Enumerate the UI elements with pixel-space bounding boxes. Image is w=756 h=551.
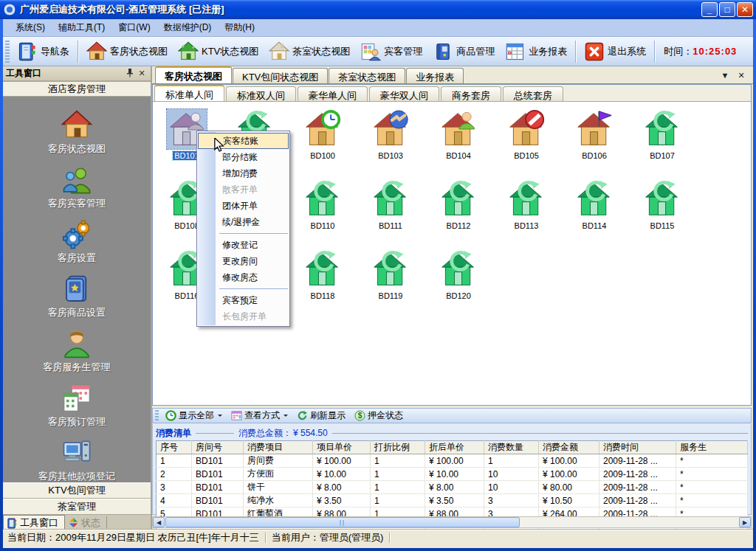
room-BD111[interactable]: BD111 — [357, 179, 425, 247]
panel-button-显示全部[interactable]: 显示全部 — [161, 409, 227, 423]
sidebar-item-客房服务生管理[interactable]: 客房服务生管理 — [3, 324, 151, 378]
room-type-tab-标准双人间[interactable]: 标准双人间 — [226, 86, 296, 101]
context-menu-item-部分结账[interactable]: 部分结账 — [197, 149, 289, 165]
exit-system-button[interactable]: 退出系统 — [579, 38, 651, 65]
app-window: 广州爱启迪技术有限公司-酒店管理系统 [已注册] _ □ ✕ 系统(S)辅助工具… — [0, 0, 756, 551]
sidebar-item-客房其他款项登记[interactable]: 客房其他款项登记 — [3, 433, 151, 482]
toolbar-button-茶室状态视图[interactable]: 茶室状态视图 — [264, 38, 355, 65]
tab-status[interactable]: 状态 — [65, 515, 106, 530]
sidebar-group-ktv[interactable]: KTV包间管理 — [3, 482, 151, 499]
room-BD107[interactable]: BD107 — [628, 109, 696, 177]
sidebar-group-tea[interactable]: 茶室管理 — [3, 499, 151, 515]
table-row[interactable]: 1BD101房间费¥ 100.001¥ 100.001¥ 100.002009-… — [157, 454, 748, 468]
toolbar-button-宾客管理[interactable]: 宾客管理 — [355, 38, 427, 65]
toolbar-button-商品管理[interactable]: 商品管理 — [427, 38, 500, 65]
toolbar-grip[interactable] — [155, 410, 159, 421]
room-BD115[interactable]: BD115 — [628, 179, 696, 247]
panel-button-label: 显示全部 — [179, 409, 214, 422]
tab-茶室状态视图[interactable]: 茶室状态视图 — [329, 68, 405, 83]
table-row[interactable]: 3BD101饼干¥ 8.001¥ 8.0010¥ 80.002009-11-28… — [157, 481, 748, 494]
room-BD110[interactable]: BD110 — [289, 179, 357, 247]
total-amount-value: ¥ 554.50 — [293, 428, 328, 438]
table-cell: 1 — [371, 481, 425, 494]
room-type-tab-豪华单人间[interactable]: 豪华单人间 — [298, 86, 368, 101]
menubar-item[interactable]: 帮助(H) — [218, 19, 261, 36]
room-BD118[interactable]: BD118 — [289, 249, 357, 317]
table-cell: ¥ 100.00 — [425, 454, 484, 468]
toolbar-grip[interactable] — [5, 41, 10, 63]
column-header-消费项目[interactable]: 消费项目 — [244, 441, 313, 454]
mouse-cursor-icon — [213, 138, 227, 153]
panel-button-查看方式[interactable]: 查看方式 — [227, 409, 292, 423]
context-menu-item-修改登记[interactable]: 修改登记 — [197, 237, 289, 253]
minimize-button[interactable]: _ — [701, 2, 718, 17]
room-BD106[interactable]: BD106 — [560, 109, 628, 177]
tab-tool-window[interactable]: 工具窗口 — [3, 515, 65, 530]
menubar-item[interactable]: 系统(S) — [9, 19, 52, 36]
room-type-tab-总统套房[interactable]: 总统套房 — [503, 86, 563, 101]
column-header-消费数量[interactable]: 消费数量 — [484, 441, 539, 454]
room-BD112[interactable]: BD112 — [425, 179, 492, 247]
panel-button-label: 刷新显示 — [310, 409, 346, 422]
column-header-房间号[interactable]: 房间号 — [192, 441, 244, 454]
close-button[interactable]: ✕ — [737, 2, 753, 17]
scroll-left-icon[interactable]: ◀ — [153, 517, 165, 527]
room-type-tab-商务套房[interactable]: 商务套房 — [441, 86, 501, 101]
tab-业务报表[interactable]: 业务报表 — [406, 68, 464, 83]
sidebar-section-header[interactable]: 酒店客房管理 — [3, 81, 151, 97]
column-header-打折比例[interactable]: 打折比例 — [371, 441, 425, 454]
table-row[interactable]: 4BD101纯净水¥ 3.501¥ 3.503¥ 10.502009-11-28… — [157, 494, 748, 507]
tab-客房状态视图[interactable]: 客房状态视图 — [155, 66, 232, 83]
pin-icon[interactable] — [124, 69, 136, 79]
column-header-服务生[interactable]: 服务生 — [676, 441, 748, 454]
room-BD113[interactable]: BD113 — [492, 179, 560, 247]
context-menu-item-更改房间[interactable]: 更改房间 — [197, 253, 289, 269]
room-label: BD104 — [444, 151, 472, 160]
tab-close-icon[interactable]: ✕ — [735, 71, 747, 80]
sidebar-close-icon[interactable]: ✕ — [136, 69, 148, 79]
context-menu-item-增加消费[interactable]: 增加消费 — [197, 165, 289, 181]
menubar-item[interactable]: 辅助工具(T) — [52, 19, 111, 36]
divider — [332, 433, 748, 434]
toolbar-button-KTV状态视图[interactable]: KTV状态视图 — [173, 38, 264, 65]
column-header-折后单价[interactable]: 折后单价 — [425, 441, 484, 454]
table-cell: ¥ 8.00 — [425, 481, 484, 494]
context-menu-item-续/退押金[interactable]: 续/退押金 — [197, 214, 289, 230]
table-row[interactable]: 2BD101方便面¥ 10.001¥ 10.0010¥ 100.002009-1… — [157, 468, 748, 481]
scrollbar-thumb[interactable] — [165, 517, 520, 527]
menubar-item[interactable]: 窗口(W) — [111, 19, 157, 36]
menubar-item[interactable]: 数据维护(D) — [157, 19, 219, 36]
toolbar-button-业务报表[interactable]: 业务报表 — [500, 38, 572, 65]
column-header-消费时间[interactable]: 消费时间 — [599, 441, 676, 454]
context-menu-item-宾客结账[interactable]: 宾客结账 — [198, 133, 289, 149]
toolbar-button-客房状态视图[interactable]: 客房状态视图 — [81, 38, 173, 65]
room-BD120[interactable]: BD120 — [425, 249, 492, 317]
room-BD114[interactable]: BD114 — [560, 179, 628, 247]
toolbar-button-导航条[interactable]: 导航条 — [12, 38, 75, 65]
maximize-button[interactable]: □ — [719, 2, 735, 17]
room-type-tab-标准单人间[interactable]: 标准单人间 — [154, 85, 224, 101]
sidebar-item-客房设置[interactable]: 客房设置 — [3, 215, 151, 269]
room-BD100[interactable]: BD100 — [289, 109, 357, 177]
scroll-right-icon[interactable]: ▶ — [739, 517, 751, 527]
sidebar-item-客房状态视图[interactable]: 客房状态视图 — [3, 105, 151, 160]
sidebar-item-客房宾客管理[interactable]: 客房宾客管理 — [3, 160, 151, 215]
sidebar-item-客房商品设置[interactable]: 客房商品设置 — [3, 269, 151, 324]
tab-dropdown-icon[interactable]: ▼ — [719, 71, 731, 80]
context-menu-item-团体开单[interactable]: 团体开单 — [197, 198, 289, 214]
room-BD105[interactable]: BD105 — [492, 109, 560, 177]
goods-mgmt-icon — [433, 41, 453, 62]
sidebar-item-客房预订管理[interactable]: 客房预订管理 — [3, 378, 151, 433]
panel-button-刷新显示[interactable]: 刷新显示 — [292, 409, 350, 423]
room-type-tab-豪华双人间[interactable]: 豪华双人间 — [369, 86, 439, 101]
context-menu-item-修改房态[interactable]: 修改房态 — [197, 269, 289, 285]
column-header-序号[interactable]: 序号 — [157, 441, 192, 454]
room-BD119[interactable]: BD119 — [357, 249, 425, 317]
context-menu-item-宾客预定[interactable]: 宾客预定 — [197, 292, 289, 308]
column-header-项目单价[interactable]: 项目单价 — [313, 441, 371, 454]
room-BD103[interactable]: BD103 — [357, 109, 425, 177]
room-BD104[interactable]: BD104 — [425, 109, 492, 177]
column-header-消费金额[interactable]: 消费金额 — [539, 441, 599, 454]
tab-KTV包间状态视图[interactable]: KTV包间状态视图 — [233, 68, 328, 83]
panel-button-押金状态[interactable]: $押金状态 — [350, 409, 408, 423]
